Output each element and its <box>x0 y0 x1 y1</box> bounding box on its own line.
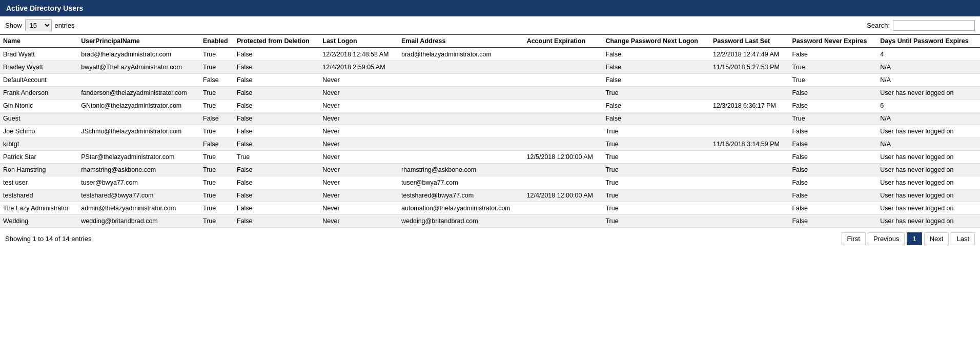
table-cell: True <box>200 202 234 215</box>
table-cell: User has never logged on <box>877 215 980 228</box>
table-cell: True <box>789 112 877 125</box>
table-cell: Never <box>319 215 398 228</box>
table-cell: Wedding <box>0 215 78 228</box>
table-cell: Never <box>319 87 398 100</box>
table-cell: 12/5/2018 12:00:00 AM <box>524 151 603 164</box>
table-cell: False <box>234 176 319 189</box>
search-input[interactable] <box>893 20 975 31</box>
table-cell: 12/2/2018 12:47:49 AM <box>710 48 789 61</box>
col-header-protected-from-deletion: Protected from Deletion <box>234 35 319 48</box>
table-row: DefaultAccountFalseFalseNeverFalseTrueN/… <box>0 74 980 87</box>
table-cell: fanderson@thelazyadministrator.com <box>78 87 200 100</box>
table-cell <box>524 74 603 87</box>
table-cell: bwyatt@TheLazyAdministrator.com <box>78 61 200 74</box>
header-row: NameUserPrincipalNameEnabledProtected fr… <box>0 35 980 48</box>
show-select[interactable]: 10152550100 <box>25 19 52 31</box>
table-cell: False <box>789 125 877 138</box>
table-cell: True <box>200 87 234 100</box>
col-header-userprincipalname: UserPrincipalName <box>78 35 200 48</box>
table-cell: False <box>789 138 877 151</box>
table-cell: 12/4/2018 12:00:00 AM <box>524 189 603 202</box>
table-cell: The Lazy Administrator <box>0 202 78 215</box>
table-cell <box>524 61 603 74</box>
previous-button[interactable]: Previous <box>868 232 905 245</box>
table-cell: False <box>234 100 319 112</box>
table-cell <box>398 151 524 164</box>
page-title: Active Directory Users <box>6 4 83 12</box>
table-cell: Never <box>319 189 398 202</box>
table-cell: User has never logged on <box>877 176 980 189</box>
table-cell <box>524 202 603 215</box>
table-cell: JSchmo@thelazyadministrator.com <box>78 125 200 138</box>
table-cell: False <box>789 100 877 112</box>
first-button[interactable]: First <box>842 232 866 245</box>
table-cell: False <box>789 189 877 202</box>
table-cell: False <box>602 100 710 112</box>
col-header-password-last-set: Password Last Set <box>710 35 789 48</box>
footer: Showing 1 to 14 of 14 entries First Prev… <box>0 228 980 249</box>
table-cell <box>524 112 603 125</box>
toolbar-right: Search: <box>867 20 975 31</box>
table-row: Frank Andersonfanderson@thelazyadministr… <box>0 87 980 100</box>
table-cell: False <box>789 151 877 164</box>
table-cell: True <box>200 151 234 164</box>
last-button[interactable]: Last <box>951 232 975 245</box>
table-cell: True <box>200 100 234 112</box>
table-cell: testshared <box>0 189 78 202</box>
table-cell: User has never logged on <box>877 151 980 164</box>
table-cell: False <box>789 48 877 61</box>
table-cell: Never <box>319 138 398 151</box>
table-cell: True <box>602 164 710 176</box>
pagination: First Previous 1 Next Last <box>842 232 975 245</box>
table-cell <box>710 176 789 189</box>
table-cell <box>78 112 200 125</box>
table-cell: True <box>602 189 710 202</box>
toolbar: Show 10152550100 entries Search: <box>0 16 980 34</box>
table-cell: Never <box>319 202 398 215</box>
table-cell <box>710 164 789 176</box>
table-cell: True <box>602 151 710 164</box>
table-cell <box>710 151 789 164</box>
table-row: testsharedtestshared@bwya77.comTrueFalse… <box>0 189 980 202</box>
table-cell: False <box>200 138 234 151</box>
table-cell: testshared@bwya77.com <box>398 189 524 202</box>
col-header-last-logon: Last Logon <box>319 35 398 48</box>
table-cell: GNtonic@thelazyadministrator.com <box>78 100 200 112</box>
table-cell: 11/16/2018 3:14:59 PM <box>710 138 789 151</box>
table-cell: brad@thelazyadministrator.com <box>398 48 524 61</box>
table-cell <box>398 87 524 100</box>
table-cell: True <box>200 164 234 176</box>
table-cell: False <box>234 138 319 151</box>
table-cell <box>524 164 603 176</box>
table-cell: rhamstring@askbone.com <box>398 164 524 176</box>
table-cell: User has never logged on <box>877 202 980 215</box>
table-cell <box>398 100 524 112</box>
table-cell: krbtgt <box>0 138 78 151</box>
table-cell: False <box>602 48 710 61</box>
table-cell: False <box>789 215 877 228</box>
table-row: Weddingwedding@britandbrad.comTrueFalseN… <box>0 215 980 228</box>
table-cell: 12/4/2018 2:59:05 AM <box>319 61 398 74</box>
col-header-name: Name <box>0 35 78 48</box>
table-cell <box>524 176 603 189</box>
table-cell: User has never logged on <box>877 125 980 138</box>
table-cell <box>710 112 789 125</box>
table-cell: False <box>234 215 319 228</box>
table-row: test usertuser@bwya77.comTrueFalseNevert… <box>0 176 980 189</box>
table-cell: False <box>234 87 319 100</box>
table-cell: False <box>789 164 877 176</box>
table-row: krbtgtFalseFalseNeverTrue11/16/2018 3:14… <box>0 138 980 151</box>
table-cell: tuser@bwya77.com <box>398 176 524 189</box>
table-cell: testshared@bwya77.com <box>78 189 200 202</box>
table-cell: False <box>789 87 877 100</box>
users-table: NameUserPrincipalNameEnabledProtected fr… <box>0 34 980 228</box>
next-button[interactable]: Next <box>924 232 949 245</box>
table-cell: N/A <box>877 61 980 74</box>
page-1-button[interactable]: 1 <box>907 232 922 245</box>
table-cell: Ron Hamstring <box>0 164 78 176</box>
table-cell: True <box>602 176 710 189</box>
table-cell: test user <box>0 176 78 189</box>
table-cell: True <box>602 202 710 215</box>
entries-label: entries <box>55 22 75 29</box>
table-cell: False <box>234 112 319 125</box>
